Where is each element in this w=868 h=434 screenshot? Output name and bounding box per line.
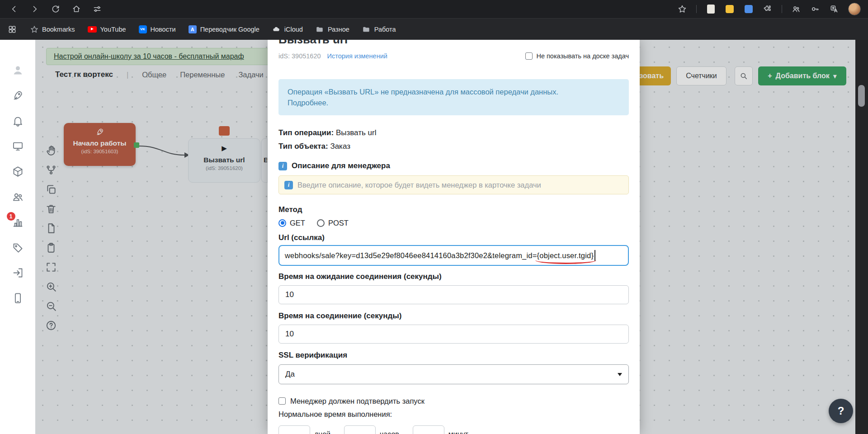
manager-confirm-row[interactable]: Менеджер должен подтвердить запуск [278, 396, 629, 406]
phone-icon[interactable] [12, 292, 24, 304]
info-more-link[interactable]: Подробнее. [288, 97, 620, 108]
history-link[interactable]: История изменений [327, 52, 387, 60]
minutes-label: минут [448, 430, 468, 434]
info-banner-text: Операция «Вызвать URL» не предназначена … [288, 86, 620, 97]
wait-timeout-label: Время на ожидание соединения (секунды) [278, 271, 629, 282]
method-post-option[interactable]: POST [317, 219, 349, 227]
operation-type-value: Вызвать url [336, 128, 377, 137]
export-icon[interactable] [12, 267, 24, 279]
bookmark-label: Работа [374, 26, 396, 33]
toolbar-divider [696, 5, 697, 13]
post-label: POST [328, 219, 349, 227]
minutes-group: минут [413, 425, 468, 434]
bookmark-label: iCloud [284, 26, 303, 33]
bookmark-bookmarks[interactable]: Bookmarks [30, 25, 75, 33]
object-type-label: Тип объекта: [278, 142, 328, 151]
hide-on-board-checkbox[interactable] [525, 52, 533, 60]
folder-icon [362, 25, 371, 33]
days-input[interactable] [278, 425, 310, 434]
analytics-icon[interactable]: 1 [12, 216, 24, 228]
bookmark-folder-work[interactable]: Работа [362, 25, 396, 33]
bookmark-icloud[interactable]: iCloud [272, 25, 303, 33]
minutes-input[interactable] [413, 425, 444, 434]
home-icon[interactable] [71, 4, 81, 14]
apps-grid-icon[interactable] [7, 24, 17, 34]
manager-description-input[interactable]: i Введите описание, которое будет видеть… [278, 175, 629, 194]
profile-icon[interactable] [12, 64, 24, 76]
bookmark-google-translate[interactable]: A Переводчик Google [189, 25, 259, 33]
url-input[interactable]: webhooks/sale?key=d13d5e29ef8046ee841416… [278, 245, 629, 266]
users-icon[interactable] [12, 191, 24, 203]
operation-type-row: Тип операции: Вызвать url [278, 126, 629, 140]
method-get-option[interactable]: GET [278, 219, 305, 227]
browser-toolbar [0, 0, 868, 18]
ssl-label: SSL верификация [278, 350, 629, 361]
bookmarks-bar: Bookmarks YouTube VK Новости A Переводчи… [0, 18, 868, 40]
cloud-icon [272, 25, 281, 33]
star-icon [30, 25, 38, 33]
info-icon: i [284, 181, 293, 189]
folder-icon [316, 25, 324, 33]
package-icon[interactable] [12, 165, 24, 178]
ssl-select[interactable]: Да [278, 364, 629, 384]
page-scrollbar[interactable] [855, 40, 868, 434]
modal-meta-row: idS: 39051620 История изменений Не показ… [278, 52, 629, 61]
page-content: 1 Настрой онлайн-школу за 10 часов - бес… [0, 40, 868, 434]
connect-timeout-label: Время на соединение (секунды) [278, 311, 629, 321]
bookmark-star-icon[interactable] [677, 4, 687, 14]
object-type-row: Тип объекта: Заказ [278, 140, 629, 153]
help-fab-button[interactable]: ? [829, 399, 853, 423]
hours-input[interactable] [344, 425, 376, 434]
manager-confirm-label: Менеджер должен подтвердить запуск [290, 397, 425, 406]
duration-row: дней часов минут [278, 425, 629, 434]
tag-icon[interactable] [12, 241, 24, 254]
notification-badge: 1 [7, 212, 15, 221]
post-radio[interactable] [317, 219, 325, 227]
get-radio[interactable] [278, 219, 286, 227]
normal-time-label: Нормальное время выполнения: [278, 410, 629, 420]
object-type-value: Заказ [330, 142, 350, 151]
wait-timeout-input[interactable]: 10 [278, 285, 629, 304]
ssl-selected-value: Да [285, 370, 295, 379]
info-banner: Операция «Вызвать URL» не предназначена … [278, 79, 629, 115]
connect-timeout-input[interactable]: 10 [278, 325, 629, 344]
call-url-modal: Вызвать url idS: 39051620 История измене… [268, 40, 640, 434]
url-telegram-id-param: {object.user.tgid} [537, 251, 594, 260]
rocket-icon[interactable] [12, 90, 24, 102]
forward-icon[interactable] [30, 4, 40, 14]
type-rows: Тип операции: Вызвать url Тип объекта: З… [278, 126, 629, 153]
extensions-puzzle-icon[interactable] [763, 4, 773, 14]
wait-timeout-value: 10 [285, 290, 294, 299]
bookmark-folder-misc[interactable]: Разное [316, 25, 349, 33]
bookmark-label: Bookmarks [42, 26, 75, 33]
bookmark-label: YouTube [100, 26, 126, 33]
notes-extension-icon[interactable] [706, 4, 716, 14]
bell-icon[interactable] [12, 115, 24, 127]
bookmark-label: Новости [151, 26, 176, 33]
edit-extension-icon[interactable] [744, 4, 754, 14]
reload-icon[interactable] [51, 4, 61, 14]
profiles-icon[interactable] [791, 4, 801, 14]
translate-icon[interactable] [829, 4, 839, 14]
scrollbar-thumb[interactable] [858, 85, 865, 107]
back-icon[interactable] [9, 4, 19, 14]
google-translate-icon: A [189, 25, 197, 33]
password-key-icon[interactable] [810, 4, 820, 14]
youtube-icon [88, 26, 97, 33]
profile-avatar[interactable] [848, 3, 861, 15]
bookmark-youtube[interactable]: YouTube [88, 26, 126, 33]
manager-confirm-checkbox[interactable] [278, 397, 286, 405]
bookmark-news[interactable]: VK Новости [139, 25, 176, 33]
toolbar-divider [782, 5, 782, 13]
keep-extension-icon[interactable] [725, 4, 735, 14]
modal-title: Вызвать url [278, 40, 629, 46]
get-label: GET [290, 219, 305, 227]
monitor-icon[interactable] [12, 140, 24, 152]
manager-description-label-row: i Описание для менеджера [278, 160, 629, 171]
bookmark-label: Разное [328, 26, 349, 33]
tune-icon[interactable] [92, 4, 102, 14]
days-label: дней [314, 430, 330, 434]
connect-timeout-value: 10 [285, 330, 294, 339]
url-label: Url (ссылка) [278, 232, 629, 243]
url-value: webhooks/sale?key=d13d5e29ef8046ee841416… [285, 251, 537, 260]
